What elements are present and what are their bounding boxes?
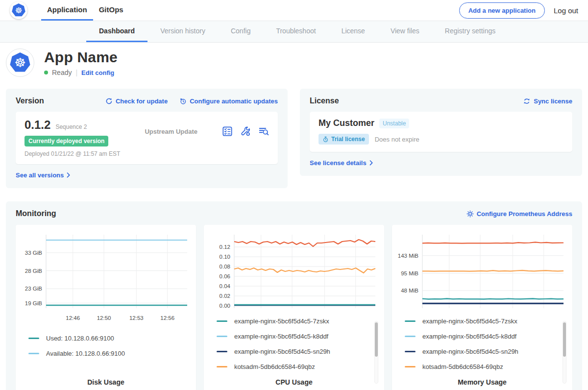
- config-wrench-icon[interactable]: [240, 126, 251, 137]
- tab-dashboard[interactable]: Dashboard: [86, 21, 147, 42]
- legend-dash-icon: [217, 351, 227, 352]
- legend-dash-icon: [28, 353, 39, 354]
- scrollbar-thumb[interactable]: [563, 322, 566, 357]
- configure-prometheus-link[interactable]: Configure Prometheus Address: [466, 210, 572, 218]
- topnav-tab-gitops[interactable]: GitOps: [93, 0, 129, 21]
- legend-label: example-nginx-5bc6f5d4c5-7zskx: [234, 317, 329, 325]
- disk-usage-card: 19 GiB23 GiB28 GiB33 GiB12:4612:5012:531…: [16, 225, 196, 390]
- topnav-tab-gitops-label: GitOps: [99, 5, 123, 14]
- version-card: Version Check for update Configure autom…: [6, 89, 288, 188]
- version-source-label: Upstream Update: [120, 128, 222, 135]
- svg-text:0.12: 0.12: [220, 244, 230, 250]
- svg-text:0.06: 0.06: [220, 273, 230, 279]
- legend-dash-icon: [405, 351, 416, 352]
- license-card-title: License: [310, 97, 339, 105]
- cpu-usage-legend: example-nginx-5bc6f5d4c5-7zskxexample-ng…: [210, 317, 378, 378]
- kubernetes-app-icon: ☸: [10, 52, 30, 73]
- legend-item: kotsadm-5db6dc6584-69qbz: [217, 363, 378, 370]
- tab-version-history[interactable]: Version history: [147, 21, 218, 42]
- svg-text:0.00: 0.00: [220, 303, 230, 309]
- tab-registry-settings-label: Registry settings: [445, 27, 495, 35]
- memory-usage-legend: example-nginx-5bc6f5d4c5-7zskxexample-ng…: [398, 317, 566, 378]
- configure-prometheus-label: Configure Prometheus Address: [477, 210, 572, 218]
- svg-text:0.02: 0.02: [220, 293, 230, 299]
- app-sub-nav: Dashboard Version history Config Trouble…: [0, 21, 588, 43]
- version-number: 0.1.2: [24, 118, 50, 132]
- refresh-icon: [105, 98, 113, 105]
- legend-item: example-nginx-5bc6f5d4c5-k8ddf: [405, 333, 566, 340]
- app-status: Ready: [52, 69, 72, 76]
- channel-badge: Unstable: [379, 119, 409, 128]
- memory-usage-card: 48 MiB95 MiB143 MiB12:4612:5012:5312:56 …: [392, 225, 572, 390]
- legend-scrollbar[interactable]: [374, 321, 378, 384]
- legend-scrollbar[interactable]: [563, 321, 566, 384]
- legend-dash-icon: [405, 336, 416, 337]
- see-license-details-link[interactable]: See license details: [310, 159, 373, 167]
- legend-label: example-nginx-5bc6f5d4c5-k8ddf: [234, 333, 328, 340]
- configure-automatic-updates-link[interactable]: Configure automatic updates: [179, 98, 278, 105]
- legend-item: kotsadm-5db6dc6584-69qbz: [405, 363, 566, 370]
- version-card-title: Version: [16, 97, 44, 105]
- legend-dash-icon: [217, 336, 227, 337]
- sync-license-link[interactable]: Sync license: [523, 98, 572, 105]
- customer-name: My Customer: [318, 118, 374, 128]
- check-for-update-link[interactable]: Check for update: [105, 98, 168, 105]
- tab-troubleshoot-label: Troubleshoot: [276, 27, 316, 35]
- preflight-checks-icon[interactable]: [222, 126, 233, 137]
- legend-label: example-nginx-5bc6f5d4c5-sn29h: [234, 348, 330, 355]
- monitoring-title: Monitoring: [16, 209, 56, 218]
- svg-text:28 GiB: 28 GiB: [25, 268, 42, 274]
- svg-text:33 GiB: 33 GiB: [25, 250, 42, 256]
- svg-text:48 MiB: 48 MiB: [401, 288, 418, 293]
- legend-label: Available: 10.128.0.66:9100: [46, 350, 125, 357]
- disk-usage-legend: Used: 10.128.0.66:9100Available: 10.128.…: [22, 335, 190, 365]
- legend-label: kotsadm-5db6dc6584-69qbz: [234, 363, 315, 370]
- kots-logo: ☸: [10, 0, 27, 21]
- chart-title: CPU Usage: [210, 378, 378, 388]
- tab-license[interactable]: License: [329, 21, 378, 42]
- scrollbar-thumb[interactable]: [375, 322, 378, 357]
- legend-item: example-nginx-5bc6f5d4c5-k8ddf: [217, 333, 378, 340]
- license-details-card: My Customer Unstable Trial license Does …: [310, 112, 572, 152]
- tab-version-history-label: Version history: [160, 27, 205, 35]
- svg-text:12:50: 12:50: [97, 315, 111, 321]
- chevron-right-icon: [67, 172, 71, 178]
- chevron-right-icon: [369, 160, 373, 166]
- legend-label: example-nginx-5bc6f5d4c5-7zskx: [422, 317, 517, 325]
- tab-view-files[interactable]: View files: [378, 21, 432, 42]
- legend-label: example-nginx-5bc6f5d4c5-k8ddf: [422, 333, 516, 340]
- sync-license-label: Sync license: [534, 98, 572, 105]
- legend-dash-icon: [405, 366, 416, 367]
- add-new-application-button[interactable]: Add a new application: [459, 2, 545, 19]
- logout-button[interactable]: Log out: [554, 6, 578, 15]
- cpu-usage-card: 0.000.020.040.060.080.100.1212:4612:5012…: [204, 225, 384, 390]
- memory-usage-chart: 48 MiB95 MiB143 MiB12:4612:5012:5312:56: [398, 231, 566, 310]
- tab-troubleshoot[interactable]: Troubleshoot: [263, 21, 328, 42]
- tab-config[interactable]: Config: [218, 21, 263, 42]
- legend-item: example-nginx-5bc6f5d4c5-7zskx: [217, 317, 378, 325]
- tab-license-label: License: [342, 27, 365, 35]
- gear-icon: [466, 210, 474, 218]
- app-avatar: ☸: [6, 49, 34, 77]
- svg-text:12:53: 12:53: [129, 315, 144, 321]
- see-all-versions-link[interactable]: See all versions: [16, 171, 71, 179]
- svg-text:0.04: 0.04: [220, 283, 231, 289]
- sync-arrows-icon: [523, 98, 531, 105]
- disk-usage-chart: 19 GiB23 GiB28 GiB33 GiB12:4612:5012:531…: [22, 231, 190, 327]
- configure-automatic-updates-label: Configure automatic updates: [190, 98, 278, 105]
- svg-text:12:56: 12:56: [160, 315, 174, 321]
- see-all-versions-label: See all versions: [16, 171, 64, 179]
- edit-config-link[interactable]: Edit config: [81, 69, 114, 76]
- tab-view-files-label: View files: [391, 27, 419, 35]
- deployed-timestamp: Deployed 01/21/22 @ 11:57 am EST: [24, 150, 120, 157]
- kubernetes-logo-icon: ☸: [10, 1, 27, 19]
- divider: |: [75, 69, 77, 76]
- svg-text:95 MiB: 95 MiB: [401, 270, 418, 276]
- release-notes-search-icon[interactable]: [258, 126, 269, 137]
- svg-text:0.10: 0.10: [220, 254, 230, 260]
- topnav-tab-application[interactable]: Application: [41, 0, 93, 21]
- tab-registry-settings[interactable]: Registry settings: [432, 21, 508, 42]
- legend-dash-icon: [28, 338, 39, 339]
- cpu-usage-chart: 0.000.020.040.060.080.100.1212:4612:5012…: [210, 231, 378, 310]
- legend-label: kotsadm-5db6dc6584-69qbz: [422, 363, 503, 370]
